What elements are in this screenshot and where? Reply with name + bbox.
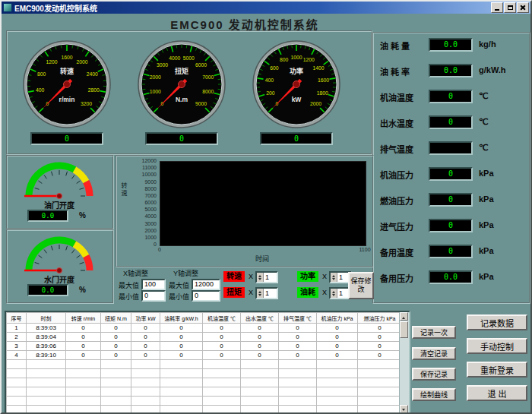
table-cell bbox=[7, 378, 27, 387]
exit-button[interactable]: 退 出 bbox=[467, 385, 527, 401]
y-axis-tick: 1000 bbox=[123, 235, 157, 240]
readout-label: 油 耗 量 bbox=[380, 40, 426, 52]
table-cell: 0 bbox=[317, 333, 358, 342]
x-min-input[interactable]: 0 bbox=[141, 290, 166, 302]
y-axis-tick: 11000 bbox=[123, 165, 157, 170]
close-icon bbox=[520, 5, 526, 11]
column-header: 转速 r/min bbox=[66, 313, 101, 324]
readout-row: 燃油压力0kPa bbox=[378, 193, 526, 208]
table-row[interactable] bbox=[7, 360, 402, 369]
spinner-arrows-icon[interactable] bbox=[257, 273, 264, 282]
save-records-button[interactable]: 保存记录 bbox=[412, 368, 456, 381]
series-toggle-button[interactable]: 功率 bbox=[297, 271, 318, 282]
table-cell: 0 bbox=[241, 351, 279, 360]
table-scrollbar[interactable] bbox=[399, 312, 409, 413]
scrollbar-thumb[interactable] bbox=[400, 321, 408, 338]
table-row[interactable] bbox=[7, 378, 402, 387]
table-cell bbox=[241, 369, 279, 378]
series-toggle-button[interactable]: 扭矩 bbox=[223, 287, 245, 298]
svg-text:2400: 2400 bbox=[87, 71, 98, 77]
svg-text:1800: 1800 bbox=[317, 90, 328, 96]
y-axis-tick: 12000 bbox=[123, 158, 157, 163]
svg-text:5000: 5000 bbox=[183, 55, 195, 61]
title-bar: EMC900发动机控制系统 bbox=[2, 2, 530, 14]
svg-text:9000: 9000 bbox=[195, 101, 207, 106]
throttle-unit: % bbox=[79, 211, 86, 220]
table-row[interactable]: 28:39:04000000000 bbox=[7, 333, 402, 342]
readout-value-display: 0.0 bbox=[429, 64, 473, 77]
table-row[interactable] bbox=[7, 387, 402, 397]
minimize-button[interactable] bbox=[491, 2, 503, 13]
manual-control-button[interactable]: 手动控制 bbox=[467, 338, 527, 354]
water-valve-unit: % bbox=[79, 286, 86, 294]
axis-select-label: X bbox=[322, 273, 327, 280]
table-row[interactable]: 18:39:03000000000 bbox=[7, 324, 402, 333]
table-cell bbox=[66, 387, 101, 397]
table-cell bbox=[203, 360, 241, 369]
scale-spinbox[interactable]: 1 bbox=[255, 287, 278, 299]
table-cell bbox=[131, 360, 160, 369]
table-row[interactable] bbox=[7, 406, 402, 414]
readout-value-display: 0.0 bbox=[429, 38, 473, 52]
readout-label: 排气温度 bbox=[380, 143, 426, 155]
table-cell: 0 bbox=[203, 333, 241, 342]
table-cell bbox=[241, 387, 279, 397]
maximize-button[interactable] bbox=[504, 2, 516, 13]
draw-curve-button[interactable]: 绘制曲线 bbox=[412, 388, 456, 401]
y-axis-tick: 6000 bbox=[123, 200, 157, 205]
scale-spinbox[interactable]: 1 bbox=[255, 271, 278, 283]
table-cell bbox=[317, 406, 358, 414]
svg-text:800: 800 bbox=[280, 57, 289, 62]
table-cell bbox=[358, 369, 402, 378]
table-cell: 0 bbox=[279, 342, 317, 351]
series-toggle-button[interactable]: 油耗 bbox=[297, 287, 318, 298]
scroll-up-icon[interactable] bbox=[400, 312, 408, 321]
table-cell bbox=[7, 360, 27, 369]
table-cell bbox=[279, 406, 317, 414]
y-max-input[interactable]: 12000 bbox=[192, 279, 220, 290]
readout-label: 出水温度 bbox=[380, 117, 426, 129]
spinner-arrows-icon[interactable] bbox=[257, 289, 264, 298]
svg-text:7000: 7000 bbox=[202, 74, 214, 80]
series-toggle-group: 转速X1功率X1扭矩X1油耗X1 bbox=[223, 271, 345, 302]
spinbox-value: 1 bbox=[264, 289, 269, 298]
save-changes-button[interactable]: 保存修改 bbox=[348, 272, 374, 299]
table-cell bbox=[7, 369, 27, 378]
table-cell: 0 bbox=[131, 342, 160, 351]
table-cell bbox=[358, 378, 402, 387]
y-min-input[interactable]: 0 bbox=[192, 290, 220, 302]
table-cell: 0 bbox=[101, 324, 131, 333]
scroll-down-icon[interactable] bbox=[400, 405, 408, 413]
readout-unit: kPa bbox=[479, 194, 494, 204]
chart-plot-area bbox=[160, 161, 366, 246]
table-cell: 2 bbox=[7, 333, 27, 342]
svg-text:1600: 1600 bbox=[318, 77, 329, 83]
readout-row: 机油温度0℃ bbox=[378, 90, 526, 105]
column-header: 机油温度 ℃ bbox=[203, 313, 241, 324]
table-cell bbox=[7, 387, 27, 397]
y-axis-tick: 9000 bbox=[123, 179, 157, 185]
table-cell bbox=[317, 397, 358, 406]
window-title: EMC900发动机控制系统 bbox=[14, 2, 491, 14]
table-row[interactable]: 48:39:10000000000 bbox=[7, 351, 402, 360]
x-max-input[interactable]: 100 bbox=[141, 279, 166, 290]
table-cell bbox=[27, 360, 66, 369]
close-button[interactable] bbox=[517, 2, 529, 13]
record-data-button[interactable]: 记录数据 bbox=[467, 314, 527, 330]
spinner-arrows-icon[interactable] bbox=[331, 273, 337, 282]
readout-value-display bbox=[429, 141, 473, 155]
table-cell bbox=[101, 406, 131, 414]
clear-records-button[interactable]: 清空记录 bbox=[412, 347, 456, 360]
x-min-label: 最小值 bbox=[119, 292, 139, 302]
table-cell bbox=[27, 387, 66, 397]
readout-row: 排气温度℃ bbox=[378, 141, 526, 156]
spinner-arrows-icon[interactable] bbox=[331, 289, 337, 298]
throttle-value-display: 0.0 bbox=[27, 210, 68, 222]
table-cell: 0 bbox=[203, 324, 241, 333]
series-toggle-button[interactable]: 转速 bbox=[223, 271, 245, 282]
record-once-button[interactable]: 记录一次 bbox=[412, 326, 456, 339]
relogin-button[interactable]: 重新登录 bbox=[467, 362, 527, 378]
table-row[interactable] bbox=[7, 397, 402, 406]
table-row[interactable]: 38:39:06000000000 bbox=[7, 342, 402, 351]
table-row[interactable] bbox=[7, 369, 402, 378]
